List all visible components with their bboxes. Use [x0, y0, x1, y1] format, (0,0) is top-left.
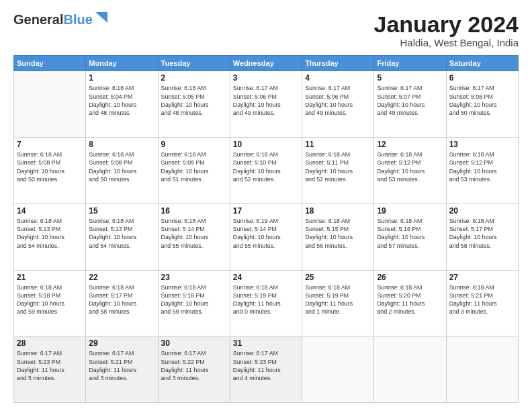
day-info: Sunrise: 6:16 AM Sunset: 5:05 PM Dayligh… — [161, 84, 227, 117]
day-info: Sunrise: 6:16 AM Sunset: 5:04 PM Dayligh… — [89, 84, 154, 117]
day-number: 5 — [377, 73, 443, 83]
col-tuesday: Tuesday — [158, 56, 230, 71]
day-info: Sunrise: 6:18 AM Sunset: 5:08 PM Dayligh… — [17, 150, 83, 183]
day-number: 15 — [89, 206, 154, 216]
day-info: Sunrise: 6:18 AM Sunset: 5:21 PM Dayligh… — [449, 283, 515, 316]
day-cell — [446, 336, 518, 403]
day-cell — [14, 71, 86, 138]
day-cell: 11Sunrise: 6:18 AM Sunset: 5:11 PM Dayli… — [302, 138, 374, 204]
logo-text: GeneralBlue — [13, 12, 93, 27]
day-number: 3 — [233, 73, 299, 83]
day-info: Sunrise: 6:18 AM Sunset: 5:20 PM Dayligh… — [377, 283, 443, 316]
day-number: 16 — [161, 206, 227, 216]
week-row-2: 7Sunrise: 6:18 AM Sunset: 5:08 PM Daylig… — [14, 138, 519, 204]
col-sunday: Sunday — [14, 56, 86, 71]
day-info: Sunrise: 6:18 AM Sunset: 5:13 PM Dayligh… — [89, 217, 154, 250]
page: GeneralBlue January 2024 Haldia, West Be… — [0, 0, 532, 411]
day-info: Sunrise: 6:18 AM Sunset: 5:18 PM Dayligh… — [17, 283, 83, 316]
day-number: 1 — [89, 73, 154, 83]
day-cell: 20Sunrise: 6:18 AM Sunset: 5:17 PM Dayli… — [446, 203, 518, 270]
day-info: Sunrise: 6:17 AM Sunset: 5:23 PM Dayligh… — [233, 349, 299, 382]
col-wednesday: Wednesday — [230, 56, 302, 71]
day-cell — [374, 336, 446, 403]
calendar-title: January 2024 — [374, 12, 519, 37]
day-info: Sunrise: 6:17 AM Sunset: 5:07 PM Dayligh… — [377, 84, 443, 117]
day-info: Sunrise: 6:18 AM Sunset: 5:08 PM Dayligh… — [89, 150, 154, 183]
day-number: 25 — [305, 273, 371, 282]
day-info: Sunrise: 6:18 AM Sunset: 5:12 PM Dayligh… — [449, 150, 515, 183]
header-row: Sunday Monday Tuesday Wednesday Thursday… — [14, 56, 519, 71]
day-number: 27 — [449, 273, 515, 282]
day-cell: 15Sunrise: 6:18 AM Sunset: 5:13 PM Dayli… — [86, 203, 158, 270]
day-number: 18 — [305, 206, 371, 216]
day-cell: 22Sunrise: 6:18 AM Sunset: 5:17 PM Dayli… — [86, 270, 158, 336]
day-cell: 25Sunrise: 6:18 AM Sunset: 5:19 PM Dayli… — [302, 270, 374, 336]
day-number: 21 — [17, 273, 83, 282]
day-info: Sunrise: 6:19 AM Sunset: 5:14 PM Dayligh… — [233, 217, 299, 250]
day-info: Sunrise: 6:18 AM Sunset: 5:17 PM Dayligh… — [89, 283, 154, 316]
week-row-1: 1Sunrise: 6:16 AM Sunset: 5:04 PM Daylig… — [14, 71, 519, 138]
day-cell: 26Sunrise: 6:18 AM Sunset: 5:20 PM Dayli… — [374, 270, 446, 336]
day-number: 30 — [161, 338, 227, 348]
day-cell: 28Sunrise: 6:17 AM Sunset: 5:23 PM Dayli… — [14, 336, 86, 403]
day-number: 10 — [233, 140, 299, 149]
logo-icon — [94, 11, 109, 26]
day-cell: 3Sunrise: 6:17 AM Sunset: 5:06 PM Daylig… — [230, 71, 302, 138]
day-number: 31 — [233, 338, 299, 348]
day-number: 2 — [161, 73, 227, 83]
day-cell: 19Sunrise: 6:18 AM Sunset: 5:16 PM Dayli… — [374, 203, 446, 270]
day-number: 24 — [233, 273, 299, 282]
day-info: Sunrise: 6:18 AM Sunset: 5:15 PM Dayligh… — [305, 217, 371, 250]
day-cell: 10Sunrise: 6:18 AM Sunset: 5:10 PM Dayli… — [230, 138, 302, 204]
day-cell: 16Sunrise: 6:18 AM Sunset: 5:14 PM Dayli… — [158, 203, 230, 270]
day-info: Sunrise: 6:17 AM Sunset: 5:06 PM Dayligh… — [233, 84, 299, 117]
day-cell: 1Sunrise: 6:16 AM Sunset: 5:04 PM Daylig… — [86, 71, 158, 138]
day-number: 6 — [449, 73, 515, 83]
title-section: January 2024 Haldia, West Bengal, India — [374, 12, 519, 48]
day-cell: 9Sunrise: 6:18 AM Sunset: 5:09 PM Daylig… — [158, 138, 230, 204]
day-cell: 17Sunrise: 6:19 AM Sunset: 5:14 PM Dayli… — [230, 203, 302, 270]
day-info: Sunrise: 6:17 AM Sunset: 5:08 PM Dayligh… — [449, 84, 515, 117]
day-number: 8 — [89, 140, 154, 149]
day-number: 13 — [449, 140, 515, 149]
day-number: 23 — [161, 273, 227, 282]
day-cell: 27Sunrise: 6:18 AM Sunset: 5:21 PM Dayli… — [446, 270, 518, 336]
day-cell: 21Sunrise: 6:18 AM Sunset: 5:18 PM Dayli… — [14, 270, 86, 336]
day-number: 11 — [305, 140, 371, 149]
day-cell: 14Sunrise: 6:18 AM Sunset: 5:13 PM Dayli… — [14, 203, 86, 270]
week-row-3: 14Sunrise: 6:18 AM Sunset: 5:13 PM Dayli… — [14, 203, 519, 270]
day-cell: 24Sunrise: 6:18 AM Sunset: 5:19 PM Dayli… — [230, 270, 302, 336]
day-cell: 18Sunrise: 6:18 AM Sunset: 5:15 PM Dayli… — [302, 203, 374, 270]
day-info: Sunrise: 6:18 AM Sunset: 5:11 PM Dayligh… — [305, 150, 371, 183]
day-number: 29 — [89, 338, 154, 348]
col-friday: Friday — [374, 56, 446, 71]
day-info: Sunrise: 6:18 AM Sunset: 5:17 PM Dayligh… — [449, 217, 515, 250]
day-number: 19 — [377, 206, 443, 216]
logo: GeneralBlue — [13, 12, 109, 27]
day-info: Sunrise: 6:18 AM Sunset: 5:19 PM Dayligh… — [233, 283, 299, 316]
day-info: Sunrise: 6:18 AM Sunset: 5:13 PM Dayligh… — [17, 217, 83, 250]
calendar-table: Sunday Monday Tuesday Wednesday Thursday… — [13, 55, 519, 403]
calendar-subtitle: Haldia, West Bengal, India — [374, 37, 519, 48]
day-info: Sunrise: 6:18 AM Sunset: 5:19 PM Dayligh… — [305, 283, 371, 316]
day-cell: 8Sunrise: 6:18 AM Sunset: 5:08 PM Daylig… — [86, 138, 158, 204]
day-cell: 29Sunrise: 6:17 AM Sunset: 5:21 PM Dayli… — [86, 336, 158, 403]
week-row-5: 28Sunrise: 6:17 AM Sunset: 5:23 PM Dayli… — [14, 336, 519, 403]
day-info: Sunrise: 6:18 AM Sunset: 5:09 PM Dayligh… — [161, 150, 227, 183]
day-cell: 6Sunrise: 6:17 AM Sunset: 5:08 PM Daylig… — [446, 71, 518, 138]
day-number: 12 — [377, 140, 443, 149]
day-number: 28 — [17, 338, 83, 348]
col-monday: Monday — [86, 56, 158, 71]
col-thursday: Thursday — [302, 56, 374, 71]
day-number: 14 — [17, 206, 83, 216]
header: GeneralBlue January 2024 Haldia, West Be… — [13, 12, 519, 48]
day-number: 22 — [89, 273, 154, 282]
day-cell: 23Sunrise: 6:18 AM Sunset: 5:18 PM Dayli… — [158, 270, 230, 336]
day-cell: 2Sunrise: 6:16 AM Sunset: 5:05 PM Daylig… — [158, 71, 230, 138]
day-number: 9 — [161, 140, 227, 149]
day-cell: 7Sunrise: 6:18 AM Sunset: 5:08 PM Daylig… — [14, 138, 86, 204]
svg-marker-0 — [95, 12, 107, 23]
day-number: 26 — [377, 273, 443, 282]
day-info: Sunrise: 6:17 AM Sunset: 5:22 PM Dayligh… — [161, 349, 227, 382]
col-saturday: Saturday — [446, 56, 518, 71]
